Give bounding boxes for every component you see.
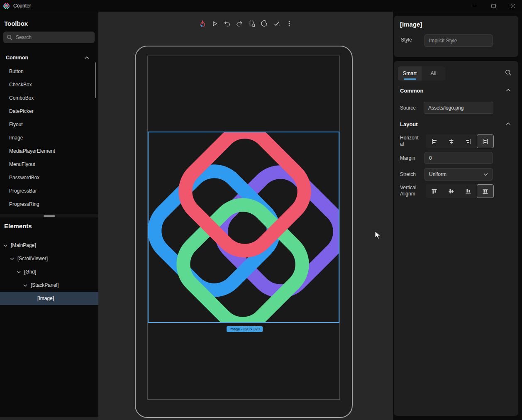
- tab-smart[interactable]: Smart: [398, 66, 422, 81]
- toolbox-item-datepicker[interactable]: DatePicker: [0, 105, 98, 118]
- v-align-stretch-button[interactable]: [477, 184, 494, 198]
- v-align-bottom-button[interactable]: [460, 184, 477, 198]
- elements-title: Elements: [4, 222, 32, 230]
- vertical-alignment-label: Vertical Alignm: [400, 185, 422, 197]
- stretch-label: Stretch: [400, 171, 416, 177]
- titlebar: Counter: [0, 0, 522, 12]
- h-align-right-button[interactable]: [460, 134, 477, 148]
- toolbox-item-image[interactable]: Image: [0, 131, 98, 144]
- source-label: Source: [400, 105, 416, 111]
- elements-hscrollbar[interactable]: [0, 417, 98, 420]
- toolbox-item-flyout[interactable]: Flyout: [0, 118, 98, 131]
- toolbox-scrollbar[interactable]: [95, 62, 96, 98]
- app-window: Counter Toolbox Common: [0, 0, 522, 420]
- toolbox-item-checkbox[interactable]: CheckBox: [0, 78, 98, 91]
- panel-splitter[interactable]: [0, 214, 98, 217]
- properties-panel: [Image] Style Smart All Common: [393, 12, 522, 420]
- left-panel: Toolbox Common Button CheckBox ComboBox …: [0, 12, 98, 420]
- validate-icon[interactable]: [272, 18, 282, 29]
- chevron-up-icon: [84, 56, 89, 60]
- style-label: Style: [401, 37, 412, 43]
- h-align-center-button[interactable]: [443, 134, 460, 148]
- chevron-down-icon[interactable]: [17, 269, 22, 274]
- canvas-toolbar: [98, 18, 393, 29]
- minimize-button[interactable]: [465, 0, 484, 12]
- vertical-alignment-group: [426, 184, 494, 198]
- tree-item-scrollviewer[interactable]: [ScrollViewer]: [0, 252, 98, 265]
- more-icon[interactable]: [285, 18, 294, 29]
- h-align-left-button[interactable]: [426, 134, 443, 148]
- tree-item-grid[interactable]: [Grid]: [0, 265, 98, 278]
- chevron-down-icon: [483, 173, 488, 176]
- toolbox-item-passwordbox[interactable]: PasswordBox: [0, 171, 98, 184]
- device-frame: [135, 46, 353, 418]
- style-input[interactable]: [424, 34, 493, 47]
- maximize-button[interactable]: [484, 0, 503, 12]
- undo-icon[interactable]: [222, 18, 232, 29]
- hot-design-flame-icon[interactable]: [198, 18, 207, 29]
- tree-item-image-selected[interactable]: [Image]: [0, 292, 98, 305]
- search-input[interactable]: [16, 34, 86, 40]
- horizontal-alignment-group: [426, 134, 494, 148]
- selected-image-element[interactable]: [148, 132, 339, 323]
- toolbox-item-combobox[interactable]: ComboBox: [0, 91, 98, 105]
- device-screen[interactable]: [147, 56, 340, 400]
- toolbox-item-mediaplayerelement[interactable]: MediaPlayerElement: [0, 144, 98, 158]
- toolbox-item-button[interactable]: Button: [0, 65, 98, 78]
- collapse-layout-icon[interactable]: [506, 122, 511, 126]
- chevron-down-icon[interactable]: [23, 283, 28, 288]
- toolbox-item-menuflyout[interactable]: MenuFlyout: [0, 158, 98, 171]
- properties-card: Smart All Common Source Layout: [394, 61, 518, 416]
- inspector-tabs: Smart All: [398, 66, 445, 81]
- chevron-down-icon[interactable]: [10, 256, 15, 261]
- element-inspect-icon[interactable]: [247, 18, 257, 29]
- h-align-stretch-button[interactable]: [477, 134, 494, 148]
- toolbox-search[interactable]: [3, 32, 95, 43]
- properties-search-icon[interactable]: [505, 69, 512, 76]
- layout-section-header: Layout: [400, 121, 418, 127]
- tree-item-stackpanel[interactable]: [StackPanel]: [0, 278, 98, 292]
- play-icon[interactable]: [210, 18, 220, 29]
- app-logo-icon: [3, 2, 10, 9]
- toolbox-section-label: Common: [6, 55, 28, 61]
- source-input[interactable]: [424, 102, 493, 114]
- chevron-down-icon[interactable]: [3, 243, 8, 248]
- collapse-common-icon[interactable]: [506, 88, 511, 92]
- theme-toggle-icon[interactable]: [260, 18, 269, 29]
- uno-platform-logo: [149, 132, 339, 323]
- stretch-dropdown[interactable]: Uniform: [424, 168, 493, 181]
- active-tab-underline: [404, 78, 416, 80]
- window-title: Counter: [13, 3, 31, 9]
- toolbox-list: Button CheckBox ComboBox DatePicker Flyo…: [0, 65, 98, 211]
- tab-all[interactable]: All: [422, 66, 445, 81]
- v-align-center-button[interactable]: [443, 184, 460, 198]
- selection-size-badge: Image - 320 x 320: [227, 326, 263, 332]
- splitter-grip-icon: [44, 215, 55, 217]
- tree-item-mainpage[interactable]: [MainPage]: [0, 239, 98, 252]
- toolbox-item-progressbar[interactable]: ProgressBar: [0, 184, 98, 198]
- margin-label: Margin: [400, 155, 415, 161]
- search-icon: [7, 34, 12, 40]
- redo-icon[interactable]: [235, 18, 244, 29]
- design-canvas[interactable]: Image - 320 x 320: [98, 12, 393, 420]
- common-section-header: Common: [400, 88, 423, 94]
- elements-tree: [MainPage] [ScrollViewer] [Grid] [StackP…: [0, 239, 98, 305]
- toolbox-item-progressring[interactable]: ProgressRing: [0, 198, 98, 211]
- toolbox-section-common[interactable]: Common: [0, 52, 98, 63]
- v-align-top-button[interactable]: [426, 184, 443, 198]
- mouse-cursor: [375, 231, 382, 240]
- selected-element-title: [Image]: [400, 21, 422, 28]
- horizontal-alignment-label: Horizontal: [400, 135, 420, 147]
- toolbox-title: Toolbox: [4, 20, 28, 27]
- close-button[interactable]: [503, 0, 522, 12]
- selected-element-card: [Image] Style: [394, 16, 518, 57]
- margin-input[interactable]: [424, 152, 493, 164]
